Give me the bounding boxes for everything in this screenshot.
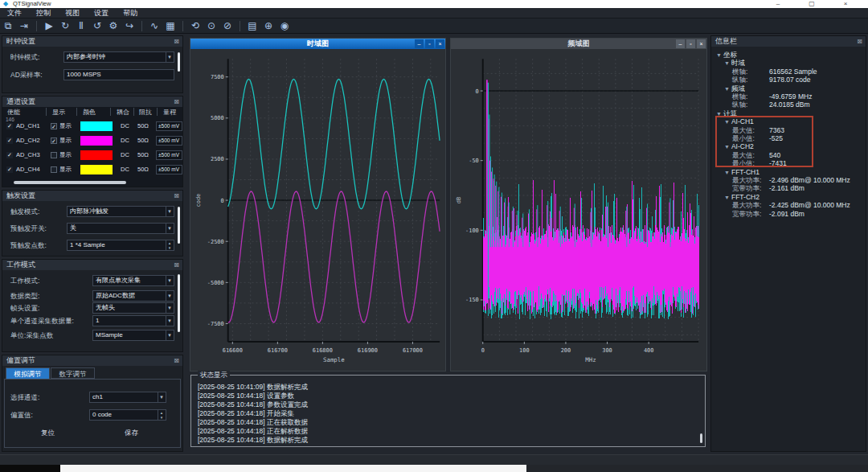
channel-col-header-4[interactable]: 阻抗 <box>139 108 152 117</box>
channel-enable-checkbox[interactable]: ✓ <box>6 152 13 158</box>
menu-item-1[interactable]: 控制 <box>29 8 58 18</box>
start-acquisition-icon[interactable]: ▶ <box>43 18 55 34</box>
pause-icon[interactable]: Ⅱ <box>75 18 88 34</box>
workmode-select-1[interactable]: 原始ADC数据▾ <box>92 290 174 302</box>
refresh-icon[interactable]: ↻ <box>59 18 72 34</box>
tree-expand-icon[interactable]: ▼ <box>724 86 730 92</box>
channel-show-checkbox[interactable]: ✓ <box>51 137 57 144</box>
channel-enable-checkbox[interactable]: ✓ <box>6 137 13 144</box>
tree-expand-icon[interactable]: ▼ <box>716 52 722 58</box>
close-icon[interactable]: ⊠ <box>174 355 179 366</box>
window-minimize-icon[interactable]: – <box>415 39 424 48</box>
channel-color-swatch[interactable] <box>80 165 113 174</box>
trigger-select-0[interactable]: 内部脉冲触发▾ <box>67 206 174 217</box>
tree-node-FFT-CH2[interactable]: ▼FFT-CH2 <box>724 193 760 202</box>
tree-node-FFT-CH1[interactable]: ▼FFT-CH1 <box>724 168 760 177</box>
chevron-down-icon[interactable]: ▾ <box>166 330 173 340</box>
close-icon[interactable]: ⊠ <box>174 36 179 47</box>
chevron-down-icon[interactable]: ▾ <box>166 303 173 313</box>
channel-col-header-2[interactable]: 颜色 <box>83 108 96 117</box>
time-window-titlebar[interactable]: 时域图 – ▫ × <box>190 39 445 49</box>
timer-off-icon[interactable]: ⊘ <box>221 18 234 34</box>
chevron-down-icon[interactable]: ▾ <box>166 224 173 233</box>
tree-node-坐标[interactable]: ▼坐标 <box>716 51 737 60</box>
window-minimize-icon[interactable]: – <box>676 39 685 48</box>
save-button[interactable]: 保存 <box>125 429 138 438</box>
channel-range-field[interactable]: ±500 mV <box>156 121 182 131</box>
status-scrollbar-thumb[interactable] <box>700 433 702 443</box>
tree-node-计算[interactable]: ▼计算 <box>716 109 737 118</box>
spin-buttons[interactable]: ▴ ▾ <box>166 240 173 250</box>
menu-item-3[interactable]: 设置 <box>87 8 116 18</box>
offset-spinbox-1[interactable]: 0 code▴ ▾ <box>89 409 166 421</box>
connect-device-icon[interactable]: ⇥ <box>18 18 31 34</box>
close-icon[interactable]: ⊠ <box>174 260 179 270</box>
close-icon[interactable]: ⊠ <box>857 36 862 47</box>
window-maximize-icon[interactable]: ▫ <box>686 39 695 48</box>
menu-item-4[interactable]: 帮助 <box>116 8 145 18</box>
chevron-down-icon[interactable]: ▾ <box>166 207 173 216</box>
channel-color-swatch[interactable] <box>80 150 113 160</box>
freq-domain-chart[interactable]: 0-50-100-1500100200300400MHzdB <box>451 49 706 371</box>
reset-button[interactable]: 复位 <box>41 429 55 438</box>
scrollbar-thumb[interactable] <box>178 207 180 244</box>
channel-enable-checkbox[interactable]: ✓ <box>6 166 13 173</box>
chevron-down-icon[interactable]: ▾ <box>166 316 173 326</box>
user-icon[interactable]: ◉ <box>278 18 291 34</box>
tree-node-频域[interactable]: ▼频域 <box>724 84 745 93</box>
window-close-icon[interactable]: × <box>436 39 444 48</box>
spin-buttons[interactable]: ▴ ▾ <box>158 410 165 420</box>
chevron-down-icon[interactable]: ▾ <box>166 52 173 62</box>
tree-expand-icon[interactable]: ▼ <box>724 60 730 66</box>
channel-range-field[interactable]: ±500 mV <box>156 136 182 146</box>
chevron-down-icon[interactable]: ▾ <box>166 276 173 285</box>
tree-expand-icon[interactable]: ▼ <box>716 111 722 117</box>
network-icon[interactable]: ⊕ <box>262 18 275 34</box>
horizontal-scrollbar[interactable] <box>14 181 126 184</box>
clock-select-0[interactable]: 内部参考时钟▾ <box>63 51 174 63</box>
scrollbar-thumb[interactable] <box>178 274 180 332</box>
menu-item-2[interactable]: 视图 <box>58 8 87 18</box>
channel-col-header-3[interactable]: 耦合 <box>117 108 129 117</box>
rerun-icon[interactable]: ↺ <box>91 18 104 34</box>
channel-show-checkbox[interactable]: ✓ <box>51 123 57 129</box>
close-button[interactable]: × <box>837 0 854 8</box>
tree-node-时域[interactable]: ▼时域 <box>724 59 745 68</box>
tree-expand-icon[interactable]: ▼ <box>724 195 730 200</box>
channel-col-header-5[interactable]: 量程 <box>163 108 176 117</box>
tab-digital-adjust[interactable]: 数字调节 <box>51 367 95 379</box>
history-icon[interactable]: ⟲ <box>189 18 202 34</box>
export-icon[interactable]: ↪ <box>123 18 136 34</box>
offset-select-0[interactable]: ch1▾ <box>89 392 166 403</box>
channel-range-field[interactable]: ±500 mV <box>156 150 182 160</box>
channel-range-field[interactable]: ±500 mV <box>156 165 182 174</box>
tree-expand-icon[interactable]: ▼ <box>724 170 730 175</box>
tab-analog-adjust[interactable]: 模拟调节 <box>6 367 50 379</box>
tree-node-AI-CH1[interactable]: ▼AI-CH1 <box>724 117 754 126</box>
chevron-down-icon[interactable]: ▾ <box>158 392 165 402</box>
restore-button[interactable]: ▢ <box>804 0 820 8</box>
trigger-select-1[interactable]: 关▾ <box>67 223 174 234</box>
tree-expand-icon[interactable]: ▼ <box>724 119 730 125</box>
workmode-select-3[interactable]: 1▾ <box>92 315 174 326</box>
workmode-select-0[interactable]: 有限点单次采集▾ <box>92 275 174 286</box>
workmode-select-4[interactable]: MSample▾ <box>92 330 174 341</box>
channel-color-swatch[interactable] <box>80 121 113 131</box>
time-domain-chart[interactable]: 7500500025000-2500-5000-7500616600616700… <box>190 49 445 371</box>
waveform-icon[interactable]: ∿ <box>148 18 161 34</box>
new-file-icon[interactable]: ⧉ <box>2 18 14 34</box>
scrollbar-thumb[interactable] <box>178 52 180 72</box>
channel-color-swatch[interactable] <box>80 136 113 146</box>
minimize-button[interactable]: – <box>770 0 786 8</box>
save-data-icon[interactable]: ▤ <box>246 18 259 34</box>
window-maximize-icon[interactable]: ▫ <box>425 39 434 48</box>
tree-node-AI-CH2[interactable]: ▼AI-CH2 <box>724 142 754 151</box>
power-icon[interactable]: ⊙ <box>205 18 218 34</box>
menu-item-0[interactable]: 文件 <box>0 8 29 18</box>
close-icon[interactable]: ⊠ <box>174 191 179 201</box>
trigger-spinbox-2[interactable]: 1 *4 Sample▴ ▾ <box>67 240 174 251</box>
channel-col-header-0[interactable]: 使能 <box>7 108 20 117</box>
freq-window-titlebar[interactable]: 频域图 – ▫ × <box>451 39 706 49</box>
clock-field-1[interactable]: 1000 MSPS <box>63 69 174 80</box>
layout-grid-icon[interactable]: ▦ <box>164 18 177 34</box>
